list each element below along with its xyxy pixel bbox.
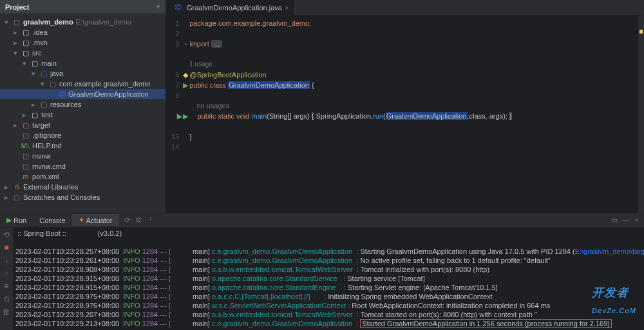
tree-item[interactable]: ▾▢java (0, 68, 166, 79)
scrollbar-marker[interactable] (638, 15, 644, 213)
toolbar-icons: ⟳ ⚙ ⋮ (124, 216, 154, 224)
folder-icon: ▢ (30, 59, 39, 68)
file-icon: ◫ (21, 162, 30, 171)
tree-item[interactable]: ◫mvnw.cmd (0, 161, 166, 171)
tree-item[interactable]: ▸▢Scratches and Consoles (0, 192, 166, 202)
dropdown-icon[interactable]: ▾ (156, 3, 160, 11)
tree-root[interactable]: ▾▢graalvm_demoE:\graalvm_demo (0, 17, 166, 27)
project-header[interactable]: Project ▾ (0, 0, 166, 14)
source-folder-icon: ▢ (39, 69, 48, 78)
class-icon: Ⓒ (173, 3, 182, 12)
tree-item[interactable]: ▾▢main (0, 58, 166, 68)
collapse-icon[interactable]: ▭ (611, 216, 618, 224)
scratches-icon: ▢ (12, 193, 21, 202)
down-icon[interactable]: ↓ (5, 256, 8, 265)
gutter: 123▸ 6◆ 7▶ 8 9▶▶ 1314 (166, 15, 189, 213)
code-content[interactable]: package com.example.graalvm_demo; import… (189, 15, 638, 213)
tab-label: GraalvmDemoApplication.java (187, 4, 282, 12)
console: ⟲ ■ ↓ ↑ ≡ ⎙ 🗑 :: Spring Boot :: (v3.0.2)… (0, 228, 644, 330)
tree-item-selected[interactable]: ⒸGraalvmDemoApplication (0, 89, 166, 99)
tree-item[interactable]: ◫.gitignore (0, 130, 166, 141)
folder-icon: ▢ (21, 28, 30, 37)
filter-icon[interactable]: ⚙ (135, 216, 142, 224)
code-editor[interactable]: 123▸ 6◆ 7▶ 8 9▶▶ 1314 package com.exampl… (166, 15, 644, 213)
editor-tabs: Ⓒ GraalvmDemoApplication.java × (166, 0, 644, 15)
tree-item[interactable]: mpom.xml (0, 171, 166, 182)
resources-icon: ▢ (39, 100, 48, 109)
close-icon[interactable]: × (285, 4, 289, 12)
maven-icon: m (21, 172, 30, 181)
target-icon: ▢ (21, 121, 30, 130)
project-label: Project (5, 3, 29, 11)
tree-item[interactable]: ▸▢.mvn (0, 37, 166, 48)
tab-console[interactable]: Console (33, 215, 71, 226)
tree-item[interactable]: ▸▢target (0, 120, 166, 130)
editor: Ⓒ GraalvmDemoApplication.java × 123▸ 6◆ … (166, 0, 644, 213)
tab-actuator[interactable]: ✦Actuator (72, 214, 119, 226)
console-output[interactable]: :: Spring Boot :: (v3.0.2) 2023-02-01T10… (13, 228, 644, 330)
up-icon[interactable]: ↑ (5, 269, 8, 278)
more-icon[interactable]: ⋮ (147, 216, 154, 224)
print-icon[interactable]: ⎙ (5, 295, 9, 304)
tree-item[interactable]: ◫mvnw (0, 151, 166, 161)
file-icon: ◫ (21, 131, 30, 140)
refresh-icon[interactable]: ⟳ (124, 216, 130, 224)
tree-item[interactable]: ▸▢resources (0, 99, 166, 110)
console-gutter: ⟲ ■ ↓ ↑ ≡ ⎙ 🗑 (0, 228, 13, 330)
package-icon: ▢ (48, 79, 57, 88)
actuator-icon: ✦ (79, 216, 84, 224)
project-tree: ▾▢graalvm_demoE:\graalvm_demo ▸▢.idea ▸▢… (0, 14, 166, 205)
tree-item[interactable]: M↓HELP.md (0, 141, 166, 151)
run-icon: ▶ (6, 216, 12, 224)
rerun-icon[interactable]: ⟲ (3, 230, 10, 239)
folder-icon: ▢ (21, 48, 30, 57)
tree-item[interactable]: ▾▢src (0, 48, 166, 58)
stop-icon[interactable]: ■ (4, 243, 8, 252)
tree-item[interactable]: ▸⫛External Libraries (0, 182, 166, 192)
minimize-icon[interactable]: — (623, 216, 630, 224)
class-icon: Ⓒ (57, 90, 66, 99)
folder-icon: ▢ (21, 38, 30, 47)
editor-tab[interactable]: Ⓒ GraalvmDemoApplication.java × (166, 0, 294, 15)
md-icon: M↓ (21, 141, 30, 150)
tree-item[interactable]: ▸▢test (0, 110, 166, 120)
tool-tabs: ▶Run Console ✦Actuator ⟳ ⚙ ⋮ ▭ — × (0, 213, 644, 228)
folder-icon: ▢ (30, 110, 39, 119)
run-panel: ▶Run Console ✦Actuator ⟳ ⚙ ⋮ ▭ — × ⟲ ■ ↓… (0, 213, 644, 330)
trash-icon[interactable]: 🗑 (3, 307, 10, 316)
close-panel-icon[interactable]: × (635, 216, 639, 224)
tree-item[interactable]: ▾▢com.example.graalvm_demo (0, 79, 166, 89)
wrap-icon[interactable]: ≡ (4, 282, 8, 291)
tab-run[interactable]: ▶Run (0, 214, 33, 226)
tree-item[interactable]: ▸▢.idea (0, 27, 166, 37)
project-sidebar: Project ▾ ▾▢graalvm_demoE:\graalvm_demo … (0, 0, 166, 213)
library-icon: ⫛ (12, 182, 21, 191)
module-icon: ▢ (12, 17, 21, 26)
file-icon: ◫ (21, 151, 30, 160)
